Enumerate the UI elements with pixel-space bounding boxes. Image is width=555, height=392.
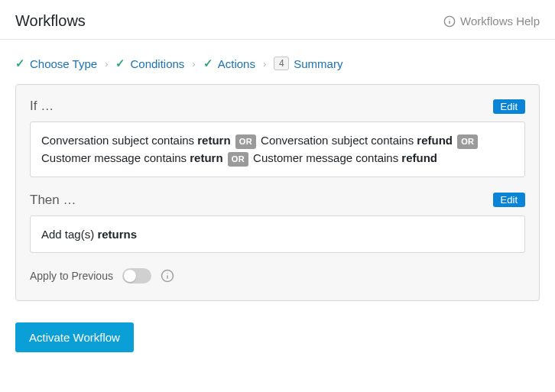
if-label: If … [30, 99, 54, 114]
apply-previous-label: Apply to Previous [30, 270, 113, 282]
then-label: Then … [30, 193, 76, 208]
breadcrumb-label: Summary [294, 57, 342, 70]
condition-value: refund [417, 134, 453, 147]
svg-point-2 [450, 18, 450, 19]
check-icon: ✓ [15, 57, 25, 70]
chevron-right-icon: › [105, 58, 108, 70]
chevron-right-icon: › [192, 58, 195, 70]
page-title: Workflows [15, 12, 86, 30]
edit-actions-button[interactable]: Edit [493, 193, 525, 207]
or-badge: OR [228, 152, 248, 167]
apply-previous-row: Apply to Previous [30, 268, 525, 283]
breadcrumb-step-actions[interactable]: ✓ Actions [203, 57, 255, 70]
svg-point-5 [167, 273, 167, 274]
if-section: If … Edit Conversation subject contains … [30, 99, 525, 177]
condition-value: refund [401, 151, 437, 164]
breadcrumb-step-conditions[interactable]: ✓ Conditions [115, 57, 184, 70]
breadcrumb-label: Conditions [130, 57, 184, 70]
condition-text: Conversation subject contains [261, 134, 417, 147]
action-text: Add tag(s) [41, 228, 97, 241]
summary-panel: If … Edit Conversation subject contains … [15, 84, 540, 301]
toggle-knob [124, 270, 136, 282]
breadcrumb-step-choose-type[interactable]: ✓ Choose Type [15, 57, 97, 70]
breadcrumb-step-summary[interactable]: 4 Summary [274, 57, 342, 70]
breadcrumb-label: Actions [218, 57, 255, 70]
step-number-badge: 4 [274, 57, 289, 70]
check-icon: ✓ [203, 57, 213, 70]
condition-text: Customer message contains [41, 151, 190, 164]
condition-text: Customer message contains [253, 151, 401, 164]
info-icon [443, 15, 456, 28]
actions-box: Add tag(s) returns [30, 215, 525, 253]
info-icon[interactable] [161, 269, 174, 283]
then-section: Then … Edit Add tag(s) returns [30, 193, 525, 253]
check-icon: ✓ [115, 57, 125, 70]
condition-value: return [190, 151, 222, 164]
help-label: Workflows Help [460, 15, 540, 28]
condition-text: Conversation subject contains [41, 134, 197, 147]
edit-conditions-button[interactable]: Edit [493, 99, 525, 114]
conditions-box: Conversation subject contains return OR … [30, 121, 525, 177]
action-value: returns [97, 228, 137, 241]
breadcrumb: ✓ Choose Type › ✓ Conditions › ✓ Actions… [0, 40, 555, 84]
or-badge: OR [457, 134, 478, 149]
breadcrumb-label: Choose Type [30, 57, 97, 70]
activate-workflow-button[interactable]: Activate Workflow [15, 322, 134, 352]
chevron-right-icon: › [263, 58, 266, 70]
help-link[interactable]: Workflows Help [443, 15, 540, 28]
apply-previous-toggle[interactable] [122, 268, 151, 283]
or-badge: OR [235, 134, 256, 149]
condition-value: return [197, 134, 230, 147]
